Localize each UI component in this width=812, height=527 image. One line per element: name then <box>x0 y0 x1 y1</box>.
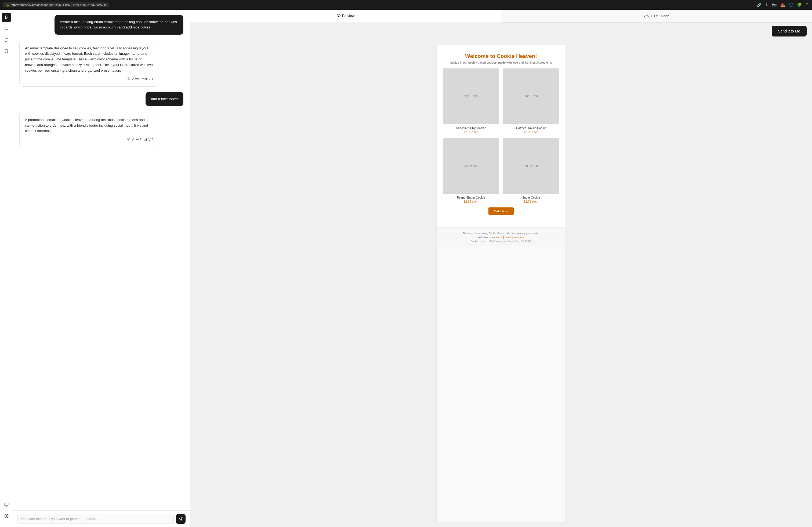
cookie-grid: 300 × 300 Chocolate Chip Cookie $2.50 ea… <box>443 69 559 203</box>
eye-icon-2 <box>127 138 130 142</box>
sidebar-bottom <box>2 500 11 524</box>
footer-thank-you: Thank you for choosing Cookie Heaven. We… <box>442 231 560 235</box>
cookie-card-1: 300 × 300 Oatmeal Raisin Cookie $2.00 ea… <box>503 69 559 134</box>
cookie-price-1: $2.00 each <box>503 131 559 134</box>
view-email-v2-btn[interactable]: View Email V 2 <box>127 138 153 142</box>
footer-address: Cookie Heaven, 123 Cookie Lane, Sweet Ci… <box>442 240 560 243</box>
cookie-name-0: Chocolate Chip Cookie <box>443 126 499 130</box>
menu-icon[interactable]: ☰ <box>805 3 809 7</box>
sidebar-comment-btn[interactable] <box>2 35 11 45</box>
cookie-image-2: 300 × 300 <box>443 138 499 194</box>
view-email-v1-btn[interactable]: View Email V 1 <box>127 77 153 81</box>
user-message-2: add a nice footer <box>146 92 184 106</box>
chat-panel: create a nice looking email templates to… <box>13 10 190 527</box>
extension-icon[interactable]: 🧩 <box>797 3 801 7</box>
footer-twitter-link[interactable]: Twitter <box>505 236 512 239</box>
sidebar-icons: B <box>0 10 13 527</box>
browser-actions: 🔗 ⬇ 📷 📥 🌐 🧩 ☰ <box>757 3 809 7</box>
lock-icon: 🔒 <box>6 3 9 6</box>
email-frame: Welcome to Cookie Heaven! Indulge in our… <box>437 45 566 522</box>
user-message-1: create a nice looking email templates to… <box>55 15 184 35</box>
cookie-image-0: 300 × 300 <box>443 69 499 124</box>
inbox-icon[interactable]: 📥 <box>780 3 785 7</box>
code-icon: </> <box>643 14 649 18</box>
cookie-name-2: Peanut Butter Cookie <box>443 196 499 199</box>
ai-response-2: A promotional email for Cookie Heaven fe… <box>19 111 159 147</box>
cookie-card-3: 300 × 300 Sugar Cookie $1.75 each <box>503 138 559 203</box>
browser-chrome: 🔒 https://emaildev.pro/dashboard/f31c653… <box>0 0 812 10</box>
camera-icon[interactable]: 📷 <box>772 3 777 7</box>
chat-send-button[interactable] <box>176 514 186 524</box>
footer-facebook-link[interactable]: Facebook <box>492 236 503 239</box>
tab-html-code[interactable]: </> HTML Code <box>501 10 812 22</box>
cookie-image-1: 300 × 300 <box>503 69 559 124</box>
globe-icon[interactable]: 🌐 <box>789 3 793 7</box>
cookie-name-3: Sugar Cookie <box>503 196 559 199</box>
svg-point-5 <box>128 139 129 140</box>
cookie-card-0: 300 × 300 Chocolate Chip Cookie $2.50 ea… <box>443 69 499 134</box>
sidebar-chat-btn[interactable] <box>2 24 11 33</box>
tab-preview[interactable]: Preview <box>190 10 501 22</box>
email-header: Welcome to Cookie Heaven! Indulge in our… <box>443 53 559 64</box>
ai-response-1: An email template designed to sell cooki… <box>19 40 159 87</box>
chat-messages: create a nice looking email templates to… <box>13 10 190 510</box>
eye-tab-icon <box>337 13 340 18</box>
cookie-price-3: $1.75 each <box>503 200 559 203</box>
svg-point-4 <box>128 78 129 79</box>
sidebar-settings-btn[interactable] <box>2 511 11 521</box>
footer-instagram-link[interactable]: Instagram <box>514 236 524 239</box>
send-it-to-me-button[interactable]: Send it to Me <box>772 26 807 36</box>
email-subtitle: Indulge in our freshly baked cookies, ma… <box>443 61 559 64</box>
cookie-image-3: 300 × 300 <box>503 138 559 194</box>
email-body: Welcome to Cookie Heaven! Indulge in our… <box>437 45 566 227</box>
download-icon[interactable]: ⬇ <box>765 3 768 7</box>
cookie-price-0: $2.50 each <box>443 131 499 134</box>
preview-content: Welcome to Cookie Heaven! Indulge in our… <box>190 40 812 527</box>
cookie-card-2: 300 × 300 Peanut Butter Cookie $2.25 eac… <box>443 138 499 203</box>
send-btn-area: Send it to Me <box>190 22 812 40</box>
email-footer: Thank you for choosing Cookie Heaven. We… <box>437 227 566 246</box>
cookie-price-2: $2.25 each <box>443 200 499 203</box>
email-title: Welcome to Cookie Heaven! <box>443 53 559 59</box>
cookie-name-1: Oatmeal Raisin Cookie <box>503 126 559 130</box>
link-icon[interactable]: 🔗 <box>757 3 761 7</box>
sidebar-bookmark-btn[interactable] <box>2 47 11 56</box>
svg-rect-0 <box>4 503 8 506</box>
svg-point-8 <box>338 15 339 16</box>
eye-icon <box>127 77 130 81</box>
order-btn-wrap: Order Now <box>443 207 559 215</box>
preview-panel: Preview </> HTML Code Send it to Me Welc… <box>190 10 812 527</box>
chat-input[interactable] <box>17 514 174 524</box>
sidebar-device-btn[interactable] <box>2 500 11 509</box>
order-now-button[interactable]: Order Now <box>489 207 513 215</box>
footer-social: Follow us on Facebook | Twitter | Instag… <box>442 236 560 239</box>
app-layout: B create a nice looking email templates … <box>0 10 812 527</box>
sidebar-logo-btn[interactable]: B <box>2 13 11 22</box>
address-bar[interactable]: 🔒 https://emaildev.pro/dashboard/f31c653… <box>3 2 109 7</box>
preview-tabs: Preview </> HTML Code <box>190 10 812 22</box>
svg-point-3 <box>6 515 7 516</box>
chat-input-area <box>13 510 190 527</box>
